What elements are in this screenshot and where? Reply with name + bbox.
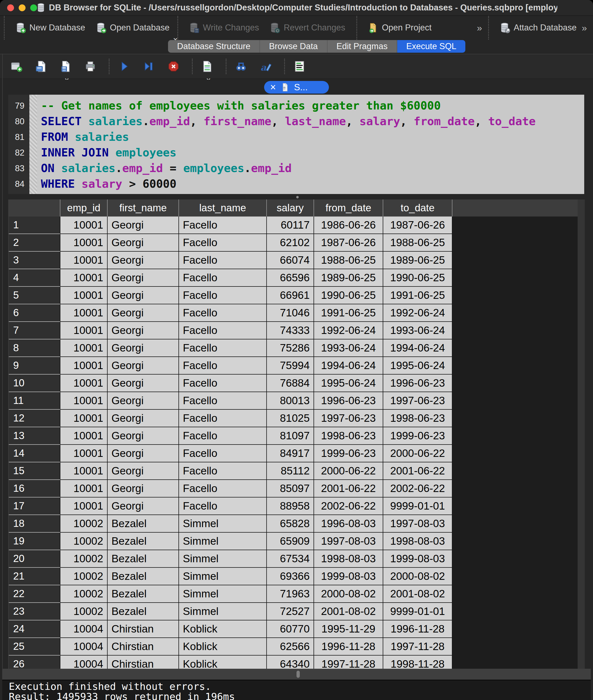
cell-emp-id[interactable]: 10002 — [61, 603, 108, 620]
row-number[interactable]: 26 — [9, 656, 61, 669]
cell-last-name[interactable]: Koblick — [179, 656, 267, 669]
editor-results-splitter[interactable] — [8, 194, 584, 200]
row-number[interactable]: 5 — [9, 287, 61, 304]
cell-from-date[interactable]: 1986-06-26 — [314, 216, 383, 234]
cell-from-date[interactable]: 1990-06-25 — [314, 287, 383, 304]
cell-to-date[interactable]: 1996-11-28 — [383, 620, 452, 638]
cell-to-date[interactable]: 1992-06-24 — [383, 304, 452, 322]
cell-emp-id[interactable]: 10001 — [61, 462, 108, 480]
cell-salary[interactable]: 75994 — [267, 357, 314, 375]
cell-first-name[interactable]: Chirstian — [108, 620, 179, 638]
cell-salary[interactable]: 84917 — [267, 445, 314, 462]
cell-emp-id[interactable]: 10001 — [61, 287, 108, 304]
cell-emp-id[interactable]: 10001 — [61, 357, 108, 375]
cell-salary[interactable]: 64340 — [267, 656, 314, 669]
cell-emp-id[interactable]: 10001 — [61, 480, 108, 497]
row-number[interactable]: 8 — [9, 339, 61, 357]
code-line[interactable]: INNER JOIN employees — [41, 145, 584, 161]
cell-salary[interactable]: 66074 — [267, 252, 314, 269]
tab-browse-data[interactable]: Browse Data — [260, 40, 327, 53]
cell-last-name[interactable]: Koblick — [179, 638, 267, 656]
cell-salary[interactable]: 85097 — [267, 480, 314, 497]
cell-to-date[interactable]: 2002-06-22 — [383, 480, 452, 497]
cell-emp-id[interactable]: 10001 — [61, 339, 108, 357]
cell-from-date[interactable]: 2001-06-22 — [314, 480, 383, 497]
cell-salary[interactable]: 88958 — [267, 497, 314, 515]
export-results-icon[interactable]: ⌄ — [201, 60, 213, 73]
cell-emp-id[interactable]: 10002 — [61, 533, 108, 550]
cell-from-date[interactable]: 1991-06-25 — [314, 304, 383, 322]
cell-emp-id[interactable]: 10002 — [61, 550, 108, 568]
cell-first-name[interactable]: Georgi — [108, 287, 179, 304]
row-number[interactable]: 1 — [9, 216, 61, 234]
row-number[interactable]: 19 — [9, 533, 61, 550]
cell-emp-id[interactable]: 10002 — [61, 568, 108, 585]
cell-emp-id[interactable]: 10001 — [61, 322, 108, 339]
cell-from-date[interactable]: 1997-06-23 — [314, 410, 383, 427]
vertical-scrollbar[interactable] — [578, 200, 585, 669]
cell-last-name[interactable]: Facello — [179, 392, 267, 410]
cell-salary[interactable]: 62566 — [267, 638, 314, 656]
cell-last-name[interactable]: Facello — [179, 427, 267, 445]
cell-first-name[interactable]: Bezalel — [108, 585, 179, 603]
cell-first-name[interactable]: Georgi — [108, 375, 179, 392]
stop-execution-icon[interactable] — [167, 60, 180, 73]
show-log-icon[interactable] — [293, 60, 306, 73]
row-number[interactable]: 13 — [9, 427, 61, 445]
cell-salary[interactable]: 81025 — [267, 410, 314, 427]
cell-emp-id[interactable]: 10001 — [61, 269, 108, 287]
cell-from-date[interactable]: 1998-06-23 — [314, 427, 383, 445]
toolbar-overflow-chevron[interactable]: » — [582, 23, 586, 33]
cell-emp-id[interactable]: 10001 — [61, 304, 108, 322]
cell-first-name[interactable]: Chirstian — [108, 638, 179, 656]
editor-code-area[interactable]: -- Get names of employees with salaries … — [37, 95, 584, 194]
cell-from-date[interactable]: 1989-06-25 — [314, 269, 383, 287]
cell-last-name[interactable]: Facello — [179, 304, 267, 322]
cell-salary[interactable]: 66961 — [267, 287, 314, 304]
cell-to-date[interactable]: 1994-06-24 — [383, 339, 452, 357]
cell-emp-id[interactable]: 10001 — [61, 410, 108, 427]
cell-first-name[interactable]: Georgi — [108, 234, 179, 252]
code-line[interactable]: SELECT salaries.emp_id, first_name, last… — [41, 114, 584, 129]
open-project-button[interactable]: Open Project — [367, 22, 432, 34]
row-number[interactable]: 22 — [9, 585, 61, 603]
open-database-button[interactable]: Open Database⌄ — [95, 22, 169, 34]
row-number[interactable]: 24 — [9, 620, 61, 638]
cell-to-date[interactable]: 1998-11-28 — [383, 656, 452, 669]
cell-to-date[interactable]: 9999-01-01 — [383, 603, 452, 620]
cell-last-name[interactable]: Facello — [179, 234, 267, 252]
cell-first-name[interactable]: Georgi — [108, 462, 179, 480]
cell-first-name[interactable]: Bezalel — [108, 515, 179, 533]
cell-from-date[interactable]: 1996-06-23 — [314, 392, 383, 410]
cell-to-date[interactable]: 1997-11-28 — [383, 638, 452, 656]
cell-salary[interactable]: 67534 — [267, 550, 314, 568]
cell-from-date[interactable]: 1993-06-24 — [314, 339, 383, 357]
cell-last-name[interactable]: Simmel — [179, 515, 267, 533]
cell-last-name[interactable]: Facello — [179, 375, 267, 392]
cell-last-name[interactable]: Simmel — [179, 585, 267, 603]
cell-first-name[interactable]: Georgi — [108, 410, 179, 427]
cell-to-date[interactable]: 1997-08-03 — [383, 515, 452, 533]
close-window-button[interactable] — [7, 4, 14, 11]
cell-from-date[interactable]: 2002-06-22 — [314, 497, 383, 515]
row-number[interactable]: 18 — [9, 515, 61, 533]
row-number[interactable]: 16 — [9, 480, 61, 497]
find-replace-icon[interactable] — [235, 60, 247, 73]
cell-last-name[interactable]: Simmel — [179, 550, 267, 568]
sql-editor-tab[interactable]: × S... — [264, 81, 329, 93]
cell-salary[interactable]: 80013 — [267, 392, 314, 410]
new-database-button[interactable]: New Database — [14, 22, 85, 34]
cell-to-date[interactable]: 1989-06-25 — [383, 252, 452, 269]
cell-first-name[interactable]: Georgi — [108, 357, 179, 375]
results-log-splitter[interactable] — [2, 669, 591, 680]
cell-from-date[interactable]: 1999-06-23 — [314, 445, 383, 462]
cell-from-date[interactable]: 1997-08-03 — [314, 533, 383, 550]
cell-first-name[interactable]: Georgi — [108, 339, 179, 357]
cell-from-date[interactable]: 1987-06-26 — [314, 234, 383, 252]
cell-emp-id[interactable]: 10001 — [61, 216, 108, 234]
cell-to-date[interactable]: 2000-06-22 — [383, 445, 452, 462]
cell-first-name[interactable]: Georgi — [108, 392, 179, 410]
cell-emp-id[interactable]: 10004 — [61, 638, 108, 656]
code-line[interactable]: FROM salaries — [41, 129, 584, 145]
cell-salary[interactable]: 75286 — [267, 339, 314, 357]
